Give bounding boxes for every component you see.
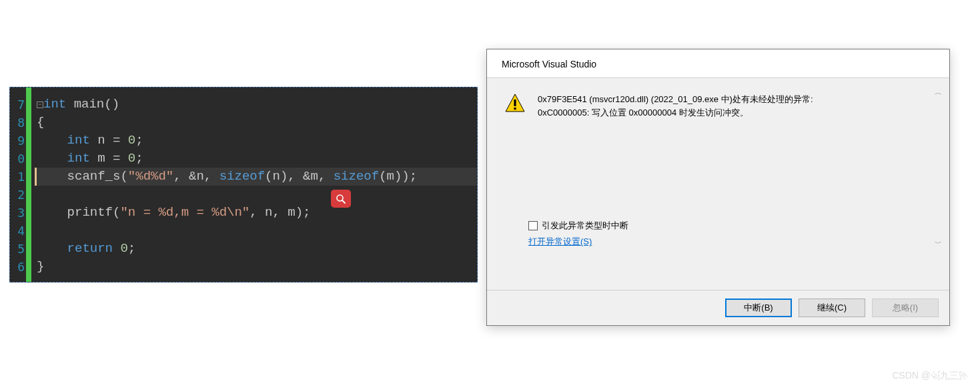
code-line[interactable]: int m = 0; bbox=[37, 150, 477, 168]
break-button[interactable]: 中断(B) bbox=[725, 299, 792, 317]
line-number: 7 bbox=[10, 95, 26, 114]
svg-line-1 bbox=[342, 200, 345, 203]
code-line[interactable]: { bbox=[37, 114, 477, 132]
watermark: CSDN @꧁九三꧂ bbox=[892, 370, 968, 382]
line-number: 3 bbox=[10, 204, 26, 222]
checkbox-label: 引发此异常类型时中断 bbox=[542, 220, 628, 232]
svg-rect-4 bbox=[514, 108, 516, 110]
modification-indicator bbox=[26, 87, 31, 282]
code-editor[interactable]: 7890123456 −int main(){ int n = 0; int m… bbox=[9, 87, 478, 282]
message-line-1: 0x79F3E541 (msvcr120d.dll) (2022_01_09.e… bbox=[538, 93, 932, 106]
line-number: 1 bbox=[10, 168, 26, 186]
checkbox-icon[interactable] bbox=[528, 221, 538, 230]
code-line[interactable]: int n = 0; bbox=[37, 132, 477, 150]
dialog-body: 0x79F3E541 (msvcr120d.dll) (2022_01_09.e… bbox=[487, 77, 949, 290]
dialog-buttons: 中断(B) 继续(C) 忽略(I) bbox=[487, 290, 949, 325]
message-line-2: 0xC0000005: 写入位置 0x00000004 时发生访问冲突。 bbox=[538, 106, 932, 120]
code-content[interactable]: −int main(){ int n = 0; int m = 0; scanf… bbox=[37, 87, 477, 282]
code-line[interactable] bbox=[37, 222, 477, 240]
line-number: 8 bbox=[10, 114, 26, 132]
exception-dialog: Microsoft Visual Studio 0x79F3E541 (msvc… bbox=[486, 49, 950, 326]
line-number: 0 bbox=[10, 150, 26, 168]
chevron-down-icon[interactable]: ﹀ bbox=[935, 238, 942, 248]
warning-icon bbox=[504, 93, 526, 114]
continue-button[interactable]: 继续(C) bbox=[799, 299, 865, 317]
code-line[interactable]: return 0; bbox=[37, 240, 477, 258]
code-line[interactable]: printf("n = %d,m = %d\n", n, m); bbox=[37, 204, 477, 222]
line-number: 4 bbox=[10, 222, 26, 240]
code-line[interactable] bbox=[37, 186, 477, 204]
code-line[interactable]: } bbox=[37, 258, 477, 276]
line-number-gutter: 7890123456 bbox=[10, 87, 26, 282]
dialog-title: Microsoft Visual Studio bbox=[487, 49, 949, 77]
line-number: 9 bbox=[10, 132, 26, 150]
break-on-exception-checkbox[interactable]: 引发此异常类型时中断 bbox=[528, 220, 628, 232]
line-number: 6 bbox=[10, 258, 26, 276]
chevron-up-icon[interactable]: ︿ bbox=[935, 87, 942, 98]
search-icon[interactable] bbox=[331, 190, 351, 208]
scroll-indicator[interactable]: ︿ ﹀ bbox=[932, 87, 944, 248]
line-number: 2 bbox=[10, 186, 26, 204]
current-line[interactable]: scanf_s("%d%d", &n, sizeof(n), &m, sizeo… bbox=[35, 168, 477, 186]
line-number: 5 bbox=[10, 240, 26, 258]
exception-message: 0x79F3E541 (msvcr120d.dll) (2022_01_09.e… bbox=[538, 93, 932, 282]
svg-rect-3 bbox=[514, 100, 516, 106]
ignore-button: 忽略(I) bbox=[872, 299, 939, 317]
open-exception-settings-link[interactable]: 打开异常设置(S) bbox=[528, 236, 592, 246]
code-line[interactable]: −int main() bbox=[37, 95, 477, 114]
